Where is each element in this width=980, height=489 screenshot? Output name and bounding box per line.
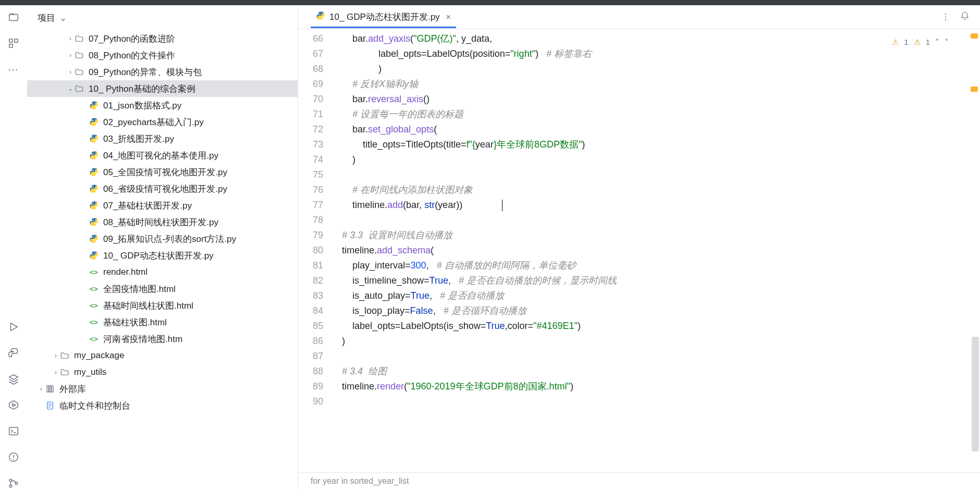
tree-item[interactable]: <>render.html	[27, 264, 298, 280]
tree-item[interactable]: 02_pyecharts基础入门.py	[27, 114, 298, 130]
services-icon[interactable]	[8, 399, 19, 411]
tree-item-label: my_package	[74, 350, 124, 361]
svg-rect-1	[9, 39, 13, 42]
tree-item-label: 外部库	[59, 383, 86, 395]
tree-item[interactable]: 08_基础时间线柱状图开发.py	[27, 214, 298, 230]
tree-item-label: 01_json数据格式.py	[103, 100, 181, 112]
tree-item[interactable]: ›my_utils	[27, 364, 298, 381]
tree-item[interactable]: ›07_Python的函数进阶	[27, 30, 298, 47]
svg-rect-2	[15, 39, 18, 42]
tab-label: 10_ GDP动态柱状图开发.py	[329, 11, 440, 23]
html-file-icon: <>	[89, 300, 99, 311]
tree-item-label: 10_ GDP动态柱状图开发.py	[103, 250, 214, 262]
python-file-icon	[89, 133, 99, 144]
tree-item-label: 05_全国疫情可视化地图开发.py	[103, 166, 227, 178]
chevron-up-icon[interactable]: ˄	[935, 34, 939, 50]
tree-item[interactable]: ›外部库	[27, 381, 298, 397]
python-file-icon	[89, 117, 99, 127]
scratch-icon	[45, 400, 55, 411]
svg-point-9	[14, 459, 14, 460]
python-file-icon	[89, 217, 99, 227]
layers-icon[interactable]	[8, 373, 19, 385]
tree-arrow-icon: ›	[67, 68, 74, 76]
tree-item[interactable]: 07_基础柱状图开发.py	[27, 197, 298, 214]
tree-item-label: 基础柱状图.html	[103, 316, 167, 328]
tree-item-label: 02_pyecharts基础入门.py	[103, 116, 204, 128]
python-file-icon	[89, 150, 99, 161]
tree-item[interactable]: ⌄10_ Python基础的综合案例	[27, 80, 298, 97]
structure-icon[interactable]	[8, 38, 19, 49]
html-file-icon: <>	[89, 284, 99, 294]
project-panel-header[interactable]: 项目 ⌄	[27, 5, 298, 30]
tree-item[interactable]: 09_拓展知识点-列表的sort方法.py	[27, 230, 298, 247]
tree-item[interactable]: <>基础柱状图.html	[27, 314, 298, 331]
tree-item[interactable]: <>全国疫情地图.html	[27, 280, 298, 297]
tree-item[interactable]: ›08_Python的文件操作	[27, 47, 298, 64]
tree-item-label: 03_折线图开发.py	[103, 133, 174, 145]
project-panel-title: 项目	[38, 12, 55, 24]
more-icon[interactable]: ⋯	[8, 64, 19, 75]
html-file-icon: <>	[89, 267, 99, 277]
code-editor[interactable]: 6667686970717273747576777879808182838485…	[298, 29, 980, 472]
chevron-down-icon[interactable]: ˅	[945, 34, 949, 50]
folder-icon	[74, 83, 84, 94]
svg-point-12	[15, 482, 18, 485]
tree-arrow-icon: ›	[67, 35, 74, 42]
inspections-widget[interactable]: ⚠1 ⚠1 ˄ ˅	[892, 34, 949, 50]
warning-count-1: 1	[904, 34, 908, 50]
tree-arrow-icon: ›	[52, 352, 59, 359]
tab-menu-icon[interactable]: ⋮	[941, 12, 950, 22]
tree-item-label: 06_省级疫情可视化地图开发.py	[103, 183, 227, 195]
marker-stripe[interactable]	[971, 33, 978, 39]
svg-rect-15	[52, 386, 53, 392]
tree-item-label: 10_ Python基础的综合案例	[89, 83, 195, 95]
weak-warning-icon: ⚠	[914, 34, 921, 50]
tree-item-label: 07_基础柱状图开发.py	[103, 200, 192, 212]
tree-item[interactable]: 04_地图可视化的基本使用.py	[27, 147, 298, 164]
vcs-icon[interactable]	[8, 478, 19, 489]
tree-item[interactable]: <>基础时间线柱状图.html	[27, 297, 298, 314]
breadcrumb[interactable]: for year in sorted_year_list	[298, 472, 980, 489]
notifications-icon[interactable]	[960, 11, 970, 23]
tree-item[interactable]: 临时文件和控制台	[27, 397, 298, 414]
project-tree[interactable]: ›07_Python的函数进阶›08_Python的文件操作›09_Python…	[27, 30, 298, 489]
python-file-icon	[89, 184, 99, 194]
terminal-icon[interactable]	[8, 425, 19, 437]
folder-icon	[59, 367, 70, 377]
folder-icon	[59, 350, 70, 361]
close-icon[interactable]: ×	[446, 13, 451, 22]
tree-item-label: 08_基础时间线柱状图开发.py	[103, 216, 218, 228]
editor-code[interactable]: bar.add_yaxis("GDP(亿)", y_data, label_op…	[332, 29, 980, 472]
tree-item[interactable]: 10_ GDP动态柱状图开发.py	[27, 247, 298, 264]
svg-rect-13	[47, 386, 48, 392]
tree-item-label: 04_地图可视化的基本使用.py	[103, 150, 218, 162]
marker-stripe[interactable]	[971, 87, 978, 92]
scrollbar-thumb[interactable]	[972, 337, 979, 451]
python-file-icon	[89, 250, 99, 261]
svg-point-11	[9, 485, 12, 487]
python-console-icon[interactable]	[8, 347, 19, 359]
tab-current-file[interactable]: 10_ GDP动态柱状图开发.py ×	[311, 7, 456, 28]
library-icon	[45, 384, 55, 394]
problems-icon[interactable]	[8, 451, 19, 463]
tree-item[interactable]: 06_省级疫情可视化地图开发.py	[27, 180, 298, 197]
python-file-icon	[89, 200, 99, 211]
folder-icon[interactable]	[8, 11, 19, 23]
tree-item[interactable]: 05_全国疫情可视化地图开发.py	[27, 164, 298, 180]
tree-item[interactable]: 03_折线图开发.py	[27, 130, 298, 147]
svg-marker-6	[13, 404, 16, 407]
tree-arrow-icon: ⌄	[67, 85, 74, 92]
tree-item[interactable]: <>河南省疫情地图.htm	[27, 331, 298, 347]
tree-arrow-icon: ›	[67, 52, 74, 59]
chevron-down-icon: ⌄	[59, 13, 67, 23]
folder-icon	[74, 50, 84, 60]
run-icon[interactable]	[8, 321, 19, 333]
tree-item[interactable]: 01_json数据格式.py	[27, 97, 298, 114]
editor-tabs: 10_ GDP动态柱状图开发.py × ⋮	[298, 5, 980, 29]
python-file-icon	[316, 11, 325, 23]
tree-item-label: render.html	[103, 267, 148, 277]
tree-item[interactable]: ›09_Python的异常、模块与包	[27, 64, 298, 80]
tree-item[interactable]: ›my_package	[27, 347, 298, 364]
tree-item-label: 临时文件和控制台	[59, 400, 130, 412]
folder-icon	[74, 33, 84, 44]
